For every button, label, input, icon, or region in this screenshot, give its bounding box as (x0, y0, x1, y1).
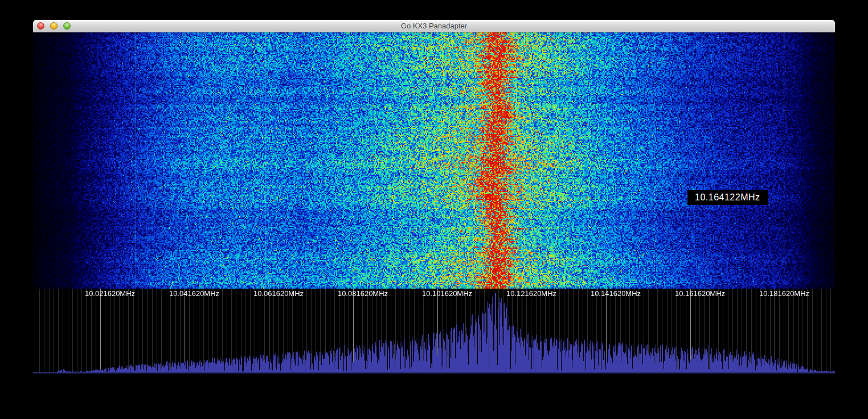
panadapter-window: Go KX3 Panadapter 10.164122MHz 10.021620… (33, 20, 835, 375)
waterfall-canvas[interactable] (33, 32, 835, 289)
spectrum-canvas[interactable] (33, 289, 835, 375)
spectrum-panel[interactable]: 10.021620MHz10.041620MHz10.061620MHz10.0… (33, 289, 835, 375)
desktop-background: Go KX3 Panadapter 10.164122MHz 10.021620… (0, 0, 868, 419)
frequency-readout: 10.164122MHz (687, 190, 768, 205)
frequency-readout-text: 10.164122MHz (695, 192, 760, 202)
window-titlebar[interactable]: Go KX3 Panadapter (33, 20, 835, 32)
waterfall-panel[interactable]: 10.164122MHz (33, 32, 835, 289)
window-title: Go KX3 Panadapter (33, 22, 835, 30)
